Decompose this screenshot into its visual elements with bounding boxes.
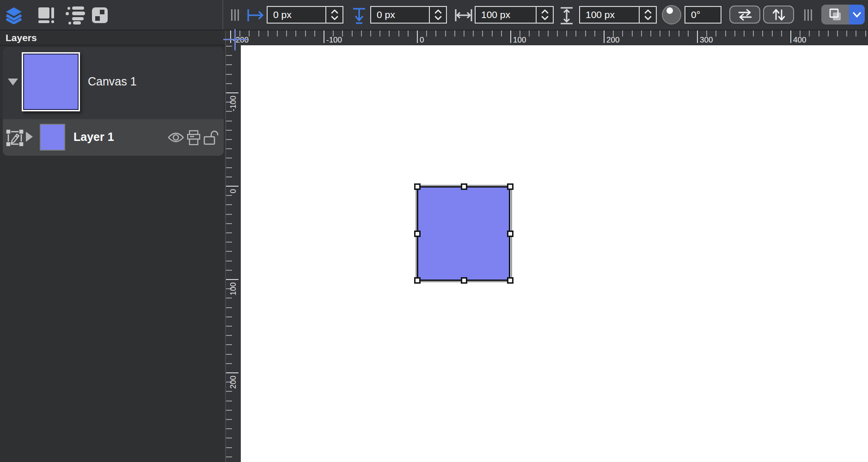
ruler-major-tick	[226, 186, 238, 187]
handle-bottom-right[interactable]	[507, 277, 513, 284]
layers-panel-title: Layers	[0, 30, 225, 45]
height-field[interactable]: 100 px	[579, 6, 657, 24]
view-mode-dropdown[interactable]	[849, 5, 865, 24]
layers-list: Canvas 1	[3, 47, 224, 156]
ruler-major-tick	[790, 30, 791, 43]
outline-panel-button[interactable]	[66, 6, 85, 24]
ruler-major-tick	[226, 92, 238, 93]
flip-horizontal-button[interactable]	[729, 6, 760, 24]
width-value[interactable]: 100 px	[476, 9, 536, 20]
horizontal-ruler-minor-ticks	[226, 30, 868, 36]
unlock-icon	[203, 129, 219, 146]
disclosure-closed-icon[interactable]	[26, 132, 33, 142]
ruler-major-tick	[417, 30, 418, 43]
layers-panel-button[interactable]	[5, 6, 23, 24]
x-position-stepper[interactable]	[325, 7, 342, 23]
ruler-tick-label: 200	[606, 36, 619, 45]
width-field[interactable]: 100 px	[475, 6, 554, 24]
vector-edit-icon[interactable]	[5, 119, 25, 156]
handle-middle-right[interactable]	[507, 231, 513, 237]
ruler-tick-label: 300	[700, 36, 713, 45]
top-toolbar: 0 px 0 px	[0, 0, 868, 30]
toolbar-drag-handle[interactable]	[231, 9, 239, 21]
x-position-field[interactable]: 0 px	[267, 6, 343, 24]
ruler-major-tick	[604, 30, 605, 43]
layer-thumbnail[interactable]	[40, 124, 65, 151]
layer-visibility-toggle[interactable]	[167, 119, 184, 156]
ruler-tick-label: -100	[326, 36, 342, 45]
rotation-knob[interactable]	[662, 5, 681, 24]
x-position-icon	[245, 6, 266, 24]
vertical-ruler[interactable]: -1000100200	[226, 45, 241, 462]
ruler-origin-crosshair	[234, 29, 236, 50]
y-position-icon	[350, 6, 368, 25]
handle-bottom-center[interactable]	[461, 277, 467, 284]
handle-middle-left[interactable]	[414, 231, 421, 237]
handle-top-right[interactable]	[507, 183, 513, 190]
layers-icon	[5, 6, 23, 24]
x-position-value[interactable]: 0 px	[268, 9, 325, 20]
ruler-tick-label: -100	[229, 96, 238, 111]
layer-row-canvas-1[interactable]: Canvas 1	[3, 47, 224, 119]
artboard-panel-button[interactable]	[37, 6, 55, 24]
canvas-area[interactable]	[241, 45, 868, 462]
flip-horizontal-icon	[736, 8, 754, 21]
canvas-name-label[interactable]: Canvas 1	[88, 75, 137, 88]
ruler-tick-label: 100	[229, 282, 238, 295]
disclosure-open-icon[interactable]	[8, 79, 18, 85]
handle-bottom-left[interactable]	[414, 277, 421, 284]
selected-rectangle[interactable]	[417, 186, 510, 281]
toolbar-drag-handle-right[interactable]	[804, 9, 813, 21]
height-stepper[interactable]	[639, 7, 656, 23]
flip-vertical-icon	[770, 8, 788, 21]
app-window: 0 px 0 px	[0, 0, 868, 462]
toolbar-divider	[222, 0, 223, 30]
flip-vertical-button[interactable]	[763, 6, 794, 24]
ruler-tick-label: 0	[229, 189, 238, 193]
printer-icon	[186, 129, 201, 146]
layers-panel-header: Layers	[0, 30, 225, 46]
width-icon	[454, 6, 473, 24]
ruler-tick-label: 400	[793, 36, 806, 45]
ruler-tick-label: 100	[513, 36, 526, 45]
ruler-major-tick	[697, 30, 698, 43]
rotation-value[interactable]: 0°	[685, 9, 721, 20]
components-icon	[91, 6, 109, 24]
artboard-icon	[37, 6, 55, 24]
outline-icon	[65, 6, 86, 24]
overlap-view-icon	[827, 7, 843, 23]
chevron-down-icon	[852, 11, 862, 18]
height-value[interactable]: 100 px	[580, 9, 639, 20]
layer-row-layer-1[interactable]: Layer 1	[3, 119, 224, 156]
rotation-knob-dot	[666, 7, 673, 14]
ruler-major-tick	[324, 30, 324, 43]
handle-top-center[interactable]	[461, 183, 467, 190]
horizontal-ruler[interactable]: -200-1000100200300400	[226, 30, 868, 45]
view-mode-current[interactable]	[821, 5, 849, 24]
ruler-major-tick	[230, 30, 231, 43]
canvas-thumbnail-fill	[23, 54, 79, 110]
width-stepper[interactable]	[536, 7, 553, 23]
layer-name-label[interactable]: Layer 1	[73, 130, 114, 144]
y-position-field[interactable]: 0 px	[370, 6, 447, 24]
ruler-tick-label: 0	[420, 36, 424, 45]
layer-print-toggle[interactable]	[186, 119, 201, 156]
y-position-value[interactable]: 0 px	[371, 9, 429, 20]
layer-lock-toggle[interactable]	[203, 119, 219, 156]
components-panel-button[interactable]	[91, 6, 109, 24]
view-mode-button[interactable]	[821, 5, 865, 24]
ruler-tick-label: 200	[229, 376, 238, 389]
eye-icon	[167, 131, 184, 144]
ruler-major-tick	[510, 30, 511, 43]
y-position-stepper[interactable]	[429, 7, 446, 23]
ruler-major-tick	[226, 372, 238, 373]
rotation-field[interactable]: 0°	[685, 6, 721, 24]
ruler-major-tick	[226, 279, 238, 280]
height-icon	[559, 6, 575, 25]
handle-top-left[interactable]	[414, 183, 421, 190]
layers-panel: Layers Canvas 1	[0, 30, 226, 462]
canvas-thumbnail[interactable]	[22, 52, 80, 111]
